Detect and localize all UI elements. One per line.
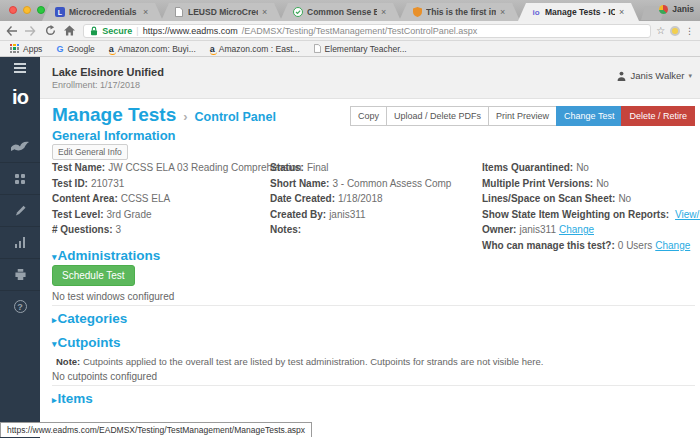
l-badge-icon (55, 7, 65, 17)
field-test-name: Test Name:JW CCSS ELA 03 Reading Compreh… (52, 160, 267, 176)
reload-icon[interactable] (43, 23, 58, 39)
sidebar-item-reports[interactable] (0, 226, 40, 258)
caret-down-icon (52, 252, 57, 262)
check-circle-icon (293, 7, 303, 17)
browser-tab-strip: Microcredentials - District D LEUSD Micr… (0, 0, 700, 21)
sidebar-item-edit[interactable] (0, 194, 40, 226)
browser-tab-active[interactable]: Manage Tests - IO Education (518, 3, 639, 21)
browser-tab[interactable]: This is the first image contai (399, 3, 520, 21)
io-icon (531, 7, 541, 17)
window-controls (9, 6, 45, 14)
field-test-level: Test Level:3rd Grade (52, 207, 267, 223)
field-test-id: Test ID:210731 (52, 176, 267, 192)
caret-right-icon (52, 395, 57, 405)
field-lines-space-scan-sheet: Lines/Space on Scan Sheet:No (482, 191, 697, 207)
document-icon (174, 7, 184, 17)
field-state-item-weighting: Show State Item Weighting on Reports:Vie… (482, 207, 697, 223)
bookmark-star-icon[interactable] (656, 25, 665, 36)
copy-button[interactable]: Copy (350, 106, 387, 126)
edit-general-info-button[interactable]: Edit General Info (52, 144, 128, 160)
extension-icon[interactable] (670, 26, 680, 36)
bookmark-elementary-teacher[interactable]: Elementary Teacher... (314, 44, 407, 54)
change-owner-link[interactable]: Change (559, 224, 594, 235)
tab-close-icon[interactable] (143, 8, 151, 16)
district-name: Lake Elsinore Unified (52, 66, 164, 78)
change-test-button[interactable]: Change Test (556, 106, 622, 126)
schedule-test-button[interactable]: Schedule Test (52, 265, 135, 286)
field-date-created: Date Created:1/18/2018 (270, 191, 475, 207)
delete-retire-button[interactable]: Delete / Retire (621, 106, 695, 126)
bookmark-google[interactable]: Google (56, 44, 94, 54)
sidebar-item-modules[interactable] (0, 162, 40, 194)
tab-title: Manage Tests - IO Education (545, 7, 615, 17)
section-categories[interactable]: Categories (52, 311, 127, 326)
browser-tab[interactable]: Common Sense Educators | (280, 3, 401, 21)
url-path: /EADMSX/Testing/TestManagement/TestContr… (242, 26, 478, 36)
url-host: https://www.eadms.com (143, 26, 238, 36)
back-icon[interactable] (4, 23, 19, 39)
sidebar-item-help[interactable] (0, 290, 40, 322)
app-sidebar: io (0, 57, 40, 438)
tab-close-icon[interactable] (381, 8, 389, 16)
tab-title: Common Sense Educators | (307, 7, 377, 17)
section-administrations[interactable]: Administrations (52, 248, 160, 263)
user-name: Janis Walker (630, 70, 684, 81)
breadcrumb: Manage Tests Control Panel (52, 104, 276, 126)
browser-menu-icon[interactable] (685, 26, 694, 36)
no-test-windows-text: No test windows configured (52, 291, 174, 302)
breadcrumb-separator (183, 109, 187, 124)
amazon-icon (210, 45, 215, 53)
zoom-window-button[interactable] (37, 6, 45, 14)
enrollment-date: Enrollment: 1/17/2018 (52, 80, 140, 90)
sidebar-item-assessments[interactable] (0, 130, 40, 162)
change-managers-link[interactable]: Change (655, 240, 690, 251)
io-logo[interactable]: io (0, 79, 40, 115)
tab-close-icon[interactable] (262, 8, 270, 16)
browser-tab[interactable]: Microcredentials - District D (42, 3, 163, 21)
status-url-tooltip: https://www.eadms.com/EADMSX/Testing/Tes… (0, 422, 312, 437)
hamburger-menu-icon[interactable] (0, 57, 40, 79)
page-title[interactable]: Manage Tests (52, 104, 176, 126)
sidebar-item-print[interactable] (0, 258, 40, 290)
close-window-button[interactable] (9, 6, 17, 14)
address-bar[interactable]: Secure | https://www.eadms.com/EADMSX/Te… (83, 24, 651, 38)
browser-profile[interactable]: Janis (659, 4, 694, 14)
section-items[interactable]: Items (52, 391, 93, 406)
bookmark-apps[interactable]: Apps (10, 44, 42, 54)
app-header: Lake Elsinore Unified Enrollment: 1/17/2… (40, 57, 700, 99)
secure-label[interactable]: Secure (102, 26, 132, 36)
field-multiple-print-versions: Multiple Print Versions:No (482, 176, 697, 192)
tab-title: LEUSD MicroCredentials (188, 7, 258, 17)
section-divider (52, 385, 695, 386)
field-who-can-manage: Who can manage this test?:0 UsersChange (482, 238, 697, 254)
field-notes: Notes: (270, 222, 475, 238)
home-icon[interactable] (62, 23, 77, 39)
print-preview-button[interactable]: Print Preview (488, 106, 557, 126)
printer-icon (14, 269, 27, 281)
shield-icon (412, 7, 422, 17)
section-cutpoints[interactable]: Cutpoints (52, 335, 121, 350)
bookmark-amazon-2[interactable]: Amazon.com : East... (210, 44, 300, 54)
lock-icon (90, 26, 98, 36)
google-icon (56, 44, 63, 54)
field-status: Status:Final (270, 160, 475, 176)
profile-name: Janis (672, 4, 694, 14)
bookmark-amazon-1[interactable]: Amazon.com: Buyi... (109, 44, 196, 54)
caret-right-icon (52, 315, 57, 325)
forward-icon[interactable] (23, 23, 38, 39)
main-content: Manage Tests Control Panel Copy Upload /… (40, 99, 700, 438)
general-information-heading: General Information (52, 128, 176, 143)
browser-tab[interactable]: LEUSD MicroCredentials (161, 3, 282, 21)
no-cutpoints-text: No cutpoints configured (52, 371, 157, 382)
field-owner: Owner:janis311Change (482, 222, 697, 238)
tab-title: Microcredentials - District D (69, 7, 139, 17)
field-num-questions: # Questions:3 (52, 222, 267, 238)
upload-delete-pdfs-button[interactable]: Upload / Delete PDFs (386, 106, 489, 126)
person-icon (617, 71, 626, 81)
tab-close-icon[interactable] (619, 8, 627, 16)
field-created-by: Created By:janis311 (270, 207, 475, 223)
minimize-window-button[interactable] (23, 6, 31, 14)
user-menu[interactable]: Janis Walker (617, 70, 692, 81)
tab-close-icon[interactable] (500, 8, 508, 16)
view-edit-link[interactable]: View/Edit (675, 209, 700, 220)
